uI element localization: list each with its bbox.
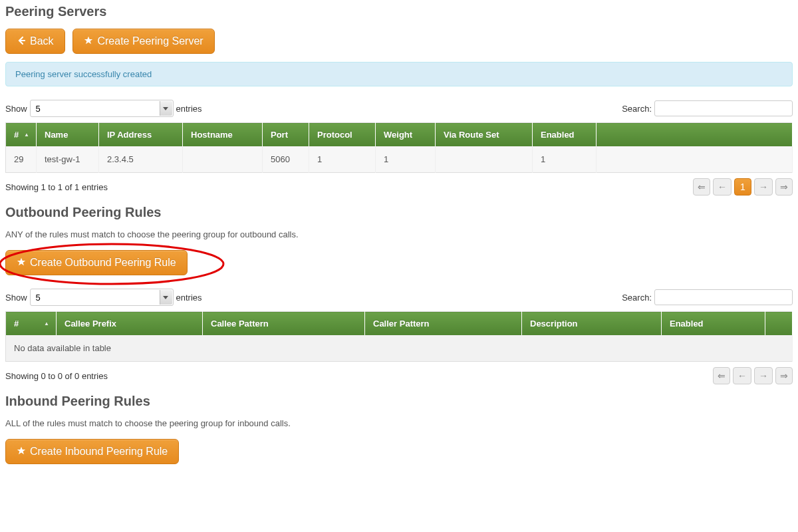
pager-next-button[interactable]: → [754, 178, 773, 196]
create-inbound-button[interactable]: Create Inbound Peering Rule [5, 439, 179, 464]
show-label: Show [5, 104, 27, 114]
pager-last-button[interactable]: ⇒ [775, 178, 793, 196]
ocol-caller-pattern[interactable]: Caller Pattern [365, 312, 522, 336]
pager-first-button[interactable]: ⇐ [693, 178, 710, 196]
pager-last-button[interactable]: ⇒ [775, 367, 793, 384]
outbound-description: ANY of the rules must match to choose th… [5, 229, 793, 239]
page-title-inbound: Inbound Peering Rules [5, 394, 793, 409]
servers-table: #▲ Name IP Address Hostname Port Protoco… [5, 122, 793, 173]
ocol-callee-prefix[interactable]: Callee Prefix [57, 312, 203, 336]
col-weight[interactable]: Weight [376, 123, 436, 147]
create-inbound-label: Create Inbound Peering Rule [30, 446, 168, 458]
cell-actions [597, 146, 793, 173]
ocol-num[interactable]: #▲ [6, 312, 57, 336]
servers-table-footer: Showing 1 to 1 of 1 entries ⇐ ← 1 → ⇒ [5, 178, 793, 196]
cell-enabled: 1 [533, 146, 597, 173]
create-server-button[interactable]: Create Peering Server [72, 29, 214, 54]
inbound-description: ALL of the rules must match to choose th… [5, 418, 793, 428]
servers-search-input[interactable] [654, 100, 793, 116]
col-protocol[interactable]: Protocol [309, 123, 376, 147]
star-icon [84, 36, 93, 47]
ocol-num-label: # [14, 319, 19, 329]
col-via[interactable]: Via Route Set [436, 123, 533, 147]
back-button[interactable]: Back [5, 29, 65, 54]
ocol-actions [765, 312, 793, 336]
sort-asc-icon: ▲ [44, 322, 49, 326]
search-label: Search: [622, 293, 652, 303]
create-outbound-wrap: Create Outbound Peering Rule [5, 250, 188, 275]
cell-num: 29 [6, 146, 37, 173]
page-title-outbound: Outbound Peering Rules [5, 205, 793, 220]
create-server-label: Create Peering Server [97, 35, 203, 47]
cell-port: 5060 [263, 146, 309, 173]
col-hostname[interactable]: Hostname [183, 123, 263, 147]
search-label: Search: [622, 104, 652, 114]
star-icon [17, 446, 26, 458]
cell-protocol: 1 [309, 146, 376, 173]
svg-marker-4 [17, 446, 25, 454]
servers-pager: ⇐ ← 1 → ⇒ [693, 178, 793, 196]
alert-success: Peering server successfully created [5, 62, 793, 86]
sort-asc-icon: ▲ [24, 133, 29, 137]
servers-table-info: Showing 1 to 1 of 1 entries [5, 182, 108, 192]
outbound-table-info: Showing 0 to 0 of 0 entries [5, 371, 108, 381]
col-num[interactable]: #▲ [6, 123, 37, 147]
pager-first-button[interactable]: ⇐ [713, 367, 730, 384]
pager-next-button[interactable]: → [754, 367, 773, 384]
cell-via [436, 146, 533, 173]
cell-name: test-gw-1 [37, 146, 99, 173]
arrow-left-icon [17, 36, 26, 47]
outbound-table: #▲ Callee Prefix Callee Pattern Caller P… [5, 311, 793, 362]
outbound-pagesize-select[interactable]: 5 [30, 289, 174, 306]
cell-ip: 2.3.4.5 [99, 146, 183, 173]
outbound-pager: ⇐ ← → ⇒ [713, 367, 793, 384]
back-button-label: Back [30, 35, 54, 47]
svg-marker-2 [17, 257, 25, 265]
outbound-empty-row: No data available in table [6, 335, 793, 362]
pager-prev-button[interactable]: ← [733, 367, 751, 384]
cell-weight: 1 [376, 146, 436, 173]
pager-prev-button[interactable]: ← [713, 178, 732, 196]
ocol-description[interactable]: Description [522, 312, 662, 336]
servers-pagesize-select[interactable]: 5 [30, 100, 174, 117]
servers-table-controls: Show 5 entries Search: [5, 100, 793, 117]
col-ip[interactable]: IP Address [99, 123, 183, 147]
col-name[interactable]: Name [37, 123, 99, 147]
top-button-row: Back Create Peering Server [5, 29, 793, 54]
col-enabled[interactable]: Enabled [533, 123, 597, 147]
show-label: Show [5, 293, 27, 303]
col-actions [597, 123, 793, 147]
outbound-table-footer: Showing 0 to 0 of 0 entries ⇐ ← → ⇒ [5, 367, 793, 384]
col-num-label: # [14, 130, 19, 140]
ocol-callee-pattern[interactable]: Callee Pattern [203, 312, 365, 336]
svg-marker-1 [84, 36, 92, 43]
create-outbound-button[interactable]: Create Outbound Peering Rule [5, 250, 188, 275]
star-icon [17, 257, 26, 269]
pager-page-button[interactable]: 1 [734, 178, 751, 196]
table-row[interactable]: 29 test-gw-1 2.3.4.5 5060 1 1 1 [6, 146, 793, 173]
entries-label: entries [176, 293, 202, 303]
outbound-table-controls: Show 5 entries Search: [5, 289, 793, 306]
create-outbound-label: Create Outbound Peering Rule [30, 257, 176, 269]
outbound-search-input[interactable] [654, 289, 793, 305]
col-port[interactable]: Port [263, 123, 309, 147]
cell-hostname [183, 146, 263, 173]
ocol-enabled[interactable]: Enabled [662, 312, 765, 336]
page-title-servers: Peering Servers [5, 4, 793, 19]
entries-label: entries [176, 104, 202, 114]
